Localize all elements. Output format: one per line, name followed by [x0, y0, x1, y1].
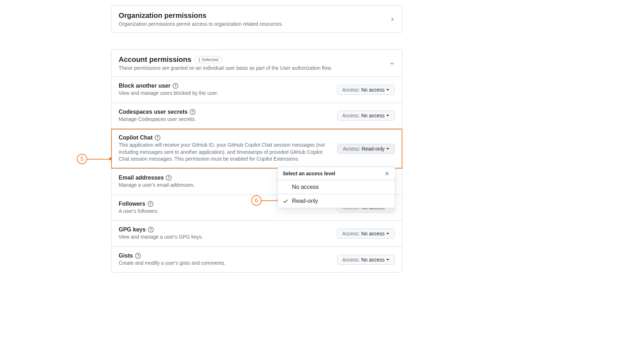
- access-dropdown[interactable]: Access: No access: [337, 85, 395, 95]
- permission-title: Gists: [119, 253, 133, 259]
- info-icon[interactable]: [148, 227, 154, 233]
- permission-title: Email addresses: [119, 175, 164, 181]
- annotation-dot: [109, 157, 112, 160]
- permission-desc: This application will receive your GitHu…: [119, 142, 330, 163]
- info-icon[interactable]: [135, 253, 141, 259]
- info-icon[interactable]: [166, 175, 172, 181]
- chevron-right-icon: [389, 16, 395, 22]
- permission-desc: Manage Codespaces user secrets.: [119, 116, 330, 123]
- popover-title: Select an access level: [283, 171, 335, 176]
- account-permissions-header[interactable]: Account permissions 1 Selected These per…: [112, 50, 402, 77]
- organization-permissions-panel[interactable]: Organization permissions Organization pe…: [111, 5, 402, 33]
- permission-desc: Create and modify a user's gists and com…: [119, 260, 330, 267]
- access-dropdown[interactable]: Access: No access: [337, 111, 395, 121]
- info-icon[interactable]: [173, 83, 178, 89]
- permission-desc: A user's followers: [119, 208, 330, 215]
- permission-row-copilot-chat: Copilot Chat This application will recei…: [112, 128, 402, 168]
- permission-title: Codespaces user secrets: [119, 109, 188, 115]
- caret-down-icon: [386, 87, 390, 93]
- permission-title: Copilot Chat: [119, 135, 153, 141]
- popover-option-read-only[interactable]: Read-only: [278, 194, 395, 208]
- permission-row-codespaces-secrets: Codespaces user secrets Manage Codespace…: [112, 103, 402, 129]
- permission-title: Block another user: [119, 83, 170, 89]
- annotation-callout-5: 5: [77, 154, 87, 164]
- permission-desc: View and manage a user's GPG keys.: [119, 234, 330, 241]
- caret-down-icon: [386, 113, 390, 118]
- check-icon: [283, 184, 288, 190]
- access-dropdown[interactable]: Access: No access: [337, 255, 395, 265]
- caret-down-icon: [386, 146, 390, 152]
- access-level-popover: Select an access level No access Read-on…: [277, 167, 395, 208]
- caret-down-icon: [386, 257, 390, 263]
- close-icon[interactable]: [384, 171, 390, 176]
- chevron-down-icon: [389, 60, 395, 66]
- permission-desc: View and manage users blocked by the use…: [119, 90, 330, 97]
- account-permissions-title: Account permissions: [119, 55, 191, 64]
- permission-row-gpg-keys: GPG keys View and manage a user's GPG ke…: [112, 220, 402, 246]
- org-permissions-title: Organization permissions: [119, 11, 283, 20]
- account-permissions-panel: Account permissions 1 Selected These per…: [111, 49, 402, 273]
- check-icon: [283, 198, 288, 204]
- selected-count-badge: 1 Selected: [194, 56, 222, 63]
- permission-title: Followers: [119, 201, 145, 207]
- permission-row-gists: Gists Create and modify a user's gists a…: [112, 246, 402, 273]
- annotation-callout-6: 6: [251, 195, 262, 206]
- permission-title: GPG keys: [119, 226, 146, 233]
- access-dropdown[interactable]: Access: Read-only: [337, 144, 395, 154]
- popover-option-no-access[interactable]: No access: [278, 180, 395, 194]
- info-icon[interactable]: [148, 201, 153, 207]
- caret-down-icon: [386, 231, 390, 236]
- permission-row-block-user: Block another user View and manage users…: [112, 77, 402, 103]
- annotation-line: [87, 159, 110, 160]
- org-permissions-subtitle: Organization permissions permit access t…: [119, 21, 283, 27]
- access-dropdown[interactable]: Access: No access: [337, 229, 395, 239]
- info-icon[interactable]: [155, 135, 160, 141]
- info-icon[interactable]: [190, 109, 195, 115]
- account-permissions-subtitle: These permissions are granted on an indi…: [119, 65, 332, 71]
- annotation-line: [262, 200, 277, 201]
